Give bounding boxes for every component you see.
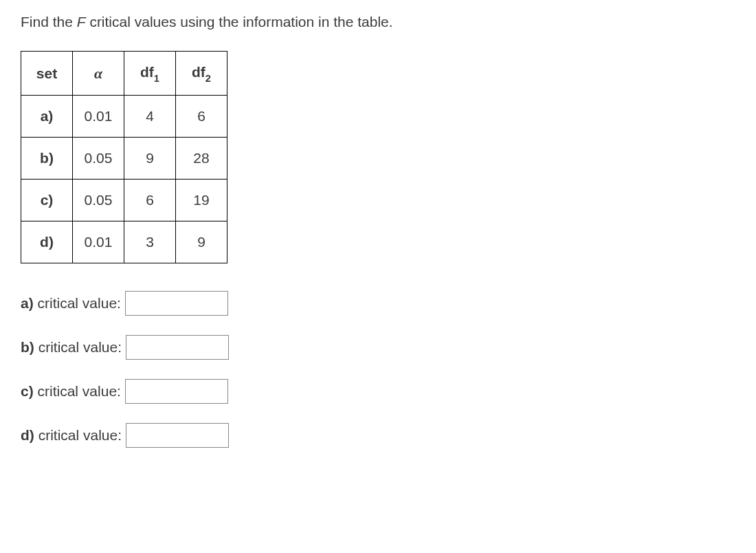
df1-sub: 1 bbox=[154, 73, 159, 84]
cell-df2: 6 bbox=[176, 96, 227, 138]
cell-df1: 3 bbox=[124, 221, 176, 263]
table-row: b) 0.05 9 28 bbox=[21, 138, 227, 180]
answer-row-c: c) critical value: bbox=[21, 379, 735, 404]
df2-sub: 2 bbox=[205, 73, 211, 84]
table-header-row: set α df1 df2 bbox=[21, 52, 227, 96]
answer-text: critical value: bbox=[34, 383, 121, 399]
cell-df2: 19 bbox=[176, 180, 227, 221]
answer-label: c) critical value: bbox=[21, 383, 121, 400]
alpha-symbol: α bbox=[94, 65, 102, 82]
cell-alpha: 0.01 bbox=[73, 221, 124, 263]
df2-base: df bbox=[192, 64, 205, 80]
cell-set: b) bbox=[21, 138, 73, 180]
instruction-var: F bbox=[77, 14, 86, 30]
answer-row-d: d) critical value: bbox=[21, 423, 735, 448]
cell-df1: 9 bbox=[124, 138, 176, 180]
answer-row-b: b) critical value: bbox=[21, 335, 735, 360]
cell-df1: 4 bbox=[124, 96, 176, 138]
col-alpha: α bbox=[73, 52, 124, 96]
answer-text: critical value: bbox=[34, 295, 121, 311]
cell-set: d) bbox=[21, 221, 73, 263]
answer-input-c[interactable] bbox=[125, 379, 228, 404]
cell-alpha: 0.01 bbox=[73, 96, 124, 138]
cell-alpha: 0.05 bbox=[73, 138, 124, 180]
df1-base: df bbox=[140, 64, 154, 80]
table-row: d) 0.01 3 9 bbox=[21, 221, 227, 263]
answer-input-a[interactable] bbox=[125, 291, 228, 316]
answer-row-a: a) critical value: bbox=[21, 291, 735, 316]
table-row: a) 0.01 4 6 bbox=[21, 96, 227, 138]
cell-df1: 6 bbox=[124, 180, 176, 221]
answer-key: d) bbox=[21, 427, 34, 443]
answer-key: a) bbox=[21, 295, 34, 311]
cell-set: a) bbox=[21, 96, 73, 138]
answer-key: b) bbox=[21, 339, 34, 355]
cell-df2: 28 bbox=[176, 138, 227, 180]
answer-input-d[interactable] bbox=[126, 423, 229, 448]
answers-block: a) critical value: b) critical value: c)… bbox=[21, 291, 735, 448]
col-df2: df2 bbox=[176, 52, 227, 96]
cell-set: c) bbox=[21, 180, 73, 221]
answer-label: b) critical value: bbox=[21, 339, 122, 356]
answer-label: d) critical value: bbox=[21, 427, 122, 444]
answer-label: a) critical value: bbox=[21, 295, 121, 312]
cell-df2: 9 bbox=[176, 221, 227, 263]
answer-key: c) bbox=[21, 383, 34, 399]
col-set: set bbox=[21, 52, 73, 96]
instruction-post: critical values using the information in… bbox=[86, 14, 393, 30]
instruction-pre: Find the bbox=[21, 14, 77, 30]
instruction-text: Find the F critical values using the inf… bbox=[21, 14, 735, 30]
cell-alpha: 0.05 bbox=[73, 180, 124, 221]
answer-input-b[interactable] bbox=[126, 335, 229, 360]
answer-text: critical value: bbox=[34, 339, 122, 355]
data-table: set α df1 df2 a) 0.01 4 6 b) 0.05 9 28 c… bbox=[21, 51, 227, 263]
table-row: c) 0.05 6 19 bbox=[21, 180, 227, 221]
col-df1: df1 bbox=[124, 52, 176, 96]
answer-text: critical value: bbox=[34, 427, 122, 443]
